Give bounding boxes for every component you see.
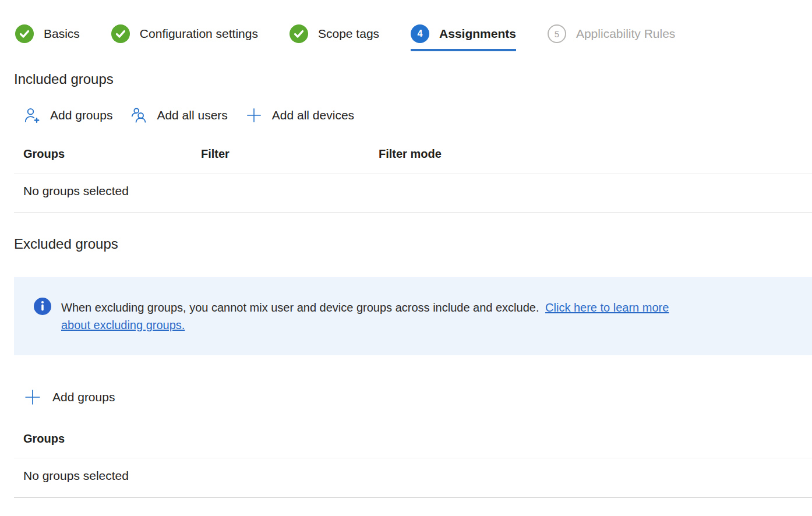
tab-configuration-settings-label: Configuration settings xyxy=(140,27,258,41)
info-icon xyxy=(34,298,51,317)
info-banner-message: When excluding groups, you cannot mix us… xyxy=(61,301,539,314)
tab-applicability-rules-label: Applicability Rules xyxy=(576,27,675,41)
empty-state-text: No groups selected xyxy=(23,469,129,482)
included-groups-table-header: Groups Filter Filter mode xyxy=(14,124,812,173)
step-number-badge: 4 xyxy=(411,24,429,43)
add-groups-label: Add groups xyxy=(50,108,112,122)
column-header-filter-mode: Filter mode xyxy=(379,147,812,161)
empty-state-text: No groups selected xyxy=(23,184,129,197)
info-banner: When excluding groups, you cannot mix us… xyxy=(14,277,812,355)
excluded-groups-table-header: Groups xyxy=(14,409,812,458)
add-all-users-label: Add all users xyxy=(157,108,227,122)
column-header-groups: Groups xyxy=(23,147,201,161)
add-groups-label: Add groups xyxy=(52,390,115,404)
included-groups-commands: Add groups Add all users Add all devices xyxy=(23,107,812,124)
check-icon xyxy=(111,24,130,43)
add-all-devices-button[interactable]: Add all devices xyxy=(245,107,354,124)
add-all-devices-label: Add all devices xyxy=(272,108,354,122)
info-banner-text: When excluding groups, you cannot mix us… xyxy=(61,299,669,334)
add-groups-button[interactable]: Add groups xyxy=(23,107,112,124)
column-header-filter: Filter xyxy=(201,147,379,161)
included-groups-table: Groups Filter Filter mode No groups sele… xyxy=(14,124,812,213)
included-groups-heading: Included groups xyxy=(14,70,812,88)
people-icon xyxy=(130,107,147,124)
included-groups-empty-row: No groups selected xyxy=(14,173,812,213)
tab-scope-tags-label: Scope tags xyxy=(318,27,379,41)
tab-basics-label: Basics xyxy=(44,27,80,41)
plus-icon xyxy=(245,107,263,124)
step-number-badge: 5 xyxy=(548,24,566,43)
tab-applicability-rules[interactable]: 5 Applicability Rules xyxy=(548,24,675,51)
excluded-groups-table: Groups No groups selected xyxy=(14,409,812,498)
check-icon xyxy=(290,24,308,43)
add-groups-button[interactable]: Add groups xyxy=(23,388,115,407)
tab-scope-tags[interactable]: Scope tags xyxy=(290,24,379,51)
person-add-icon xyxy=(23,107,41,124)
column-header-groups: Groups xyxy=(23,432,812,446)
excluded-groups-commands: Add groups xyxy=(23,388,812,409)
tab-assignments-label: Assignments xyxy=(439,27,516,41)
tab-assignments[interactable]: 4 Assignments xyxy=(411,24,516,51)
tab-configuration-settings[interactable]: Configuration settings xyxy=(111,24,258,51)
wizard-steps: Basics Configuration settings Scope tags… xyxy=(0,0,812,51)
tab-basics[interactable]: Basics xyxy=(15,24,80,51)
plus-icon xyxy=(23,388,42,407)
check-icon xyxy=(15,24,34,43)
excluded-groups-empty-row: No groups selected xyxy=(14,458,812,498)
excluded-groups-heading: Excluded groups xyxy=(14,235,812,253)
add-all-users-button[interactable]: Add all users xyxy=(130,107,227,124)
